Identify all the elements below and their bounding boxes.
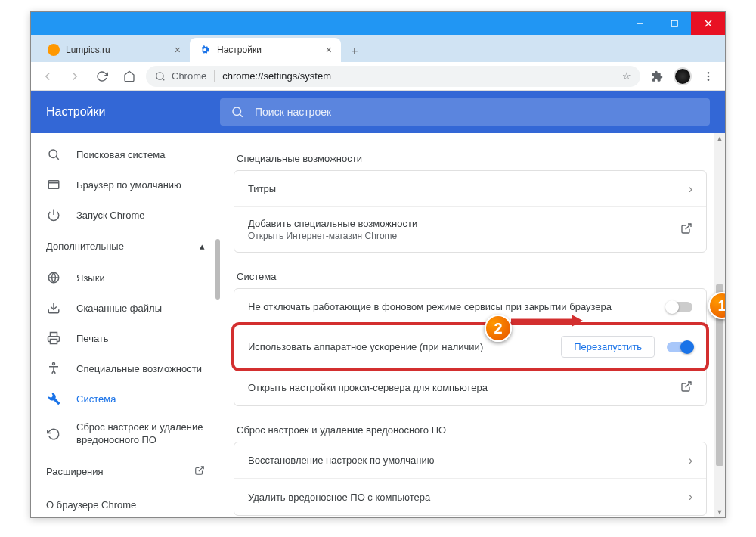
browser-toolbar: Chrome chrome://settings/system ☆ xyxy=(31,62,725,91)
browser-icon xyxy=(46,177,61,192)
browser-window: Lumpics.ru × Настройки × + Chrome chrome… xyxy=(30,11,726,518)
tab-title: Настройки xyxy=(217,45,262,55)
settings-content: Поисковая система Браузер по умолчанию З… xyxy=(31,133,725,517)
tab-close-icon[interactable]: × xyxy=(326,44,332,56)
scroll-down-arrow[interactable]: ▼ xyxy=(714,507,725,517)
svg-rect-13 xyxy=(48,181,59,189)
sidebar-about-label: О браузере Chrome xyxy=(46,499,136,511)
svg-line-10 xyxy=(240,114,242,116)
search-icon xyxy=(231,105,244,119)
svg-point-7 xyxy=(708,75,710,77)
sidebar-advanced-toggle[interactable]: Дополнительные ▴ xyxy=(31,230,220,262)
settings-main: Специальные возможности Титры › Добавить… xyxy=(220,133,725,517)
annotation-badge-2: 2 xyxy=(485,315,512,342)
row-label: Использовать аппаратное ускорение (при н… xyxy=(248,341,561,352)
sidebar-item-print[interactable]: Печать xyxy=(31,323,220,353)
sidebar-item-reset[interactable]: Сброс настроек и удаление вредоносного П… xyxy=(31,414,220,455)
row-label: Добавить специальные возможности Открыть… xyxy=(248,218,680,241)
tab-title: Lumpics.ru xyxy=(66,45,110,55)
sidebar-item-label: Языки xyxy=(76,272,105,284)
forward-button[interactable] xyxy=(64,66,85,87)
chevron-right-icon: › xyxy=(689,490,692,504)
hardware-accel-toggle[interactable] xyxy=(667,342,692,352)
settings-search-input[interactable]: Поиск настроек xyxy=(220,98,710,126)
sidebar-advanced-label: Дополнительные xyxy=(46,241,124,252)
row-label: Удалить вредоносное ПО с компьютера xyxy=(248,492,689,503)
sidebar-item-label: Браузер по умолчанию xyxy=(76,179,181,191)
tab-favicon xyxy=(48,44,60,56)
tab-lumpics[interactable]: Lumpics.ru × xyxy=(39,38,190,62)
tab-close-icon[interactable]: × xyxy=(175,44,181,56)
system-card: Не отключать работающие в фоновом режиме… xyxy=(234,288,707,406)
sidebar-extensions-link[interactable]: Расширения xyxy=(31,455,220,489)
svg-rect-19 xyxy=(51,340,57,344)
wrench-icon xyxy=(46,391,61,406)
new-tab-button[interactable]: + xyxy=(344,41,365,62)
search-placeholder: Поиск настроек xyxy=(255,106,331,118)
svg-rect-1 xyxy=(671,20,677,26)
search-icon xyxy=(46,147,61,162)
relaunch-button[interactable]: Перезапустить xyxy=(561,336,655,358)
power-icon xyxy=(46,207,61,222)
svg-line-21 xyxy=(199,467,203,471)
svg-point-8 xyxy=(708,79,710,81)
sidebar-about-link[interactable]: О браузере Chrome xyxy=(31,489,220,517)
hardware-accel-row[interactable]: Использовать аппаратное ускорение (при н… xyxy=(234,325,706,369)
window-maximize-button[interactable] xyxy=(657,12,691,35)
reset-icon xyxy=(46,427,61,442)
svg-line-23 xyxy=(686,382,691,387)
sidebar-item-languages[interactable]: Языки xyxy=(31,262,220,293)
sidebar-item-startup[interactable]: Запуск Chrome xyxy=(31,200,220,230)
accessibility-icon xyxy=(46,361,61,376)
address-bar[interactable]: Chrome chrome://settings/system ☆ xyxy=(146,66,640,87)
menu-button[interactable] xyxy=(698,66,719,87)
add-accessibility-row[interactable]: Добавить специальные возможности Открыть… xyxy=(234,207,706,252)
svg-line-5 xyxy=(163,78,165,80)
background-apps-toggle[interactable] xyxy=(667,302,692,312)
external-link-icon xyxy=(680,380,692,395)
reload-button[interactable] xyxy=(91,66,113,87)
external-link-icon xyxy=(680,222,692,237)
tab-strip: Lumpics.ru × Настройки × + xyxy=(31,35,725,62)
sidebar-item-default-browser[interactable]: Браузер по умолчанию xyxy=(31,169,220,200)
row-sublabel: Открыть Интернет-магазин Chrome xyxy=(248,231,680,241)
extensions-button[interactable] xyxy=(646,66,668,87)
sidebar-item-accessibility[interactable]: Специальные возможности xyxy=(31,353,220,383)
sidebar-extensions-label: Расширения xyxy=(46,466,104,477)
settings-sidebar: Поисковая система Браузер по умолчанию З… xyxy=(31,133,220,517)
proxy-settings-row[interactable]: Открыть настройки прокси-сервера для ком… xyxy=(234,369,706,405)
sidebar-item-downloads[interactable]: Скачанные файлы xyxy=(31,293,220,323)
back-button[interactable] xyxy=(37,66,58,87)
restore-defaults-row[interactable]: Восстановление настроек по умолчанию › xyxy=(234,442,706,479)
svg-point-20 xyxy=(53,363,55,365)
section-reset-title: Сброс настроек и удаление вредоносного П… xyxy=(234,418,707,442)
globe-icon xyxy=(46,270,61,285)
url-scheme-label: Chrome xyxy=(172,70,215,82)
settings-header: Настройки Поиск настроек xyxy=(31,91,725,133)
chevron-up-icon: ▴ xyxy=(200,241,205,252)
svg-point-6 xyxy=(708,72,710,74)
sidebar-item-system[interactable]: Система xyxy=(31,383,220,414)
sidebar-item-label: Поисковая система xyxy=(76,149,166,160)
tab-favicon xyxy=(199,44,211,56)
svg-point-11 xyxy=(49,150,57,158)
settings-title: Настройки xyxy=(46,105,220,119)
captions-row[interactable]: Титры › xyxy=(234,171,706,207)
scroll-up-arrow[interactable]: ▲ xyxy=(714,133,725,144)
svg-line-22 xyxy=(686,224,691,229)
row-label: Восстановление настроек по умолчанию xyxy=(248,455,689,466)
profile-avatar[interactable] xyxy=(674,67,692,85)
window-titlebar xyxy=(31,12,725,35)
home-button[interactable] xyxy=(119,66,140,87)
background-apps-row[interactable]: Не отключать работающие в фоновом режиме… xyxy=(234,289,706,325)
download-icon xyxy=(46,300,61,315)
bookmark-star-icon[interactable]: ☆ xyxy=(622,70,631,82)
sidebar-item-search-engine[interactable]: Поисковая система xyxy=(31,139,220,169)
tab-settings[interactable]: Настройки × xyxy=(190,38,341,62)
section-system-title: Система xyxy=(234,265,707,288)
window-close-button[interactable] xyxy=(691,12,725,35)
window-minimize-button[interactable] xyxy=(623,12,657,35)
sidebar-item-label: Специальные возможности xyxy=(76,363,202,374)
cleanup-row[interactable]: Удалить вредоносное ПО с компьютера › xyxy=(234,479,706,515)
main-scrollbar-track[interactable]: ▲ ▼ xyxy=(714,133,725,517)
